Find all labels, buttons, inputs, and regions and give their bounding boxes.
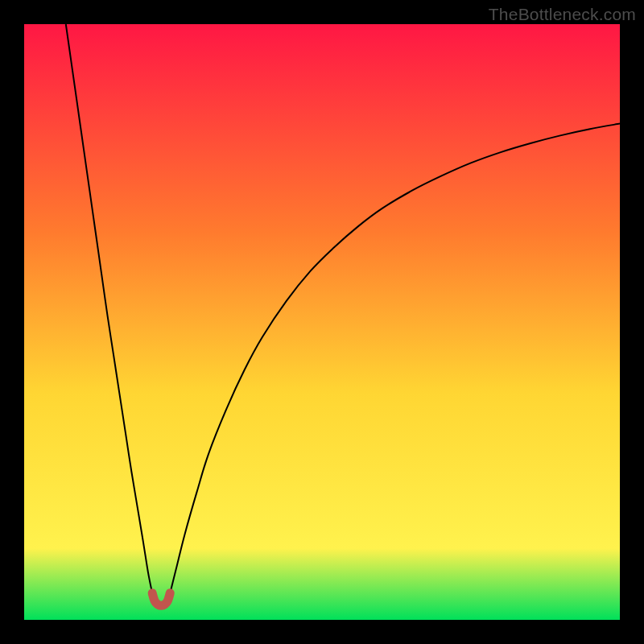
outer-frame: TheBottleneck.com bbox=[0, 0, 644, 644]
curve-layer bbox=[24, 24, 620, 620]
series-left-branch bbox=[66, 24, 152, 593]
plot-area bbox=[24, 24, 620, 620]
watermark-text: TheBottleneck.com bbox=[489, 5, 636, 24]
series-valley-marker bbox=[152, 593, 170, 606]
series-right-branch bbox=[170, 124, 620, 593]
